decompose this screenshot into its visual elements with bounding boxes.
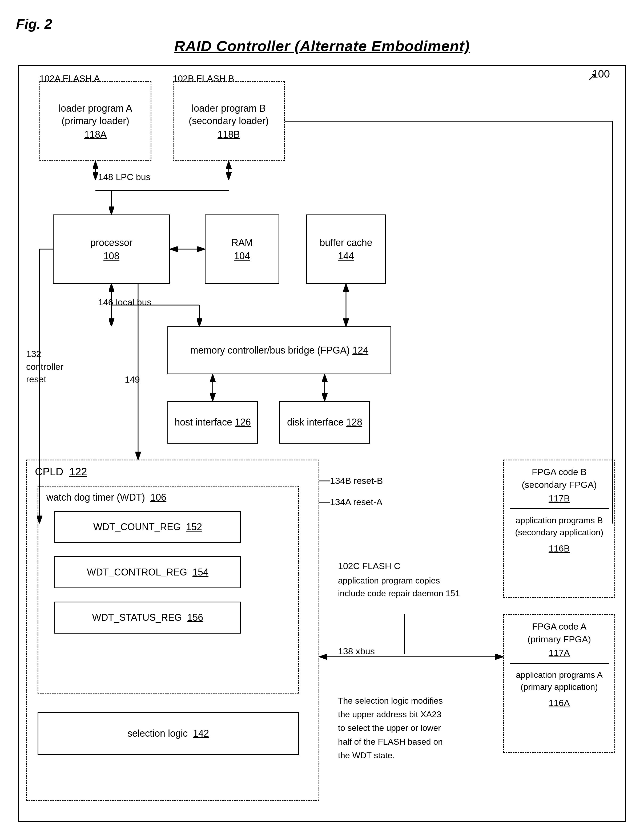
mem-ctrl-box: memory controller/bus bridge (FPGA) 124 — [168, 327, 391, 374]
flash-b-outer-label: 102B FLASH B — [173, 73, 234, 84]
processor-label: processor — [90, 237, 132, 249]
processor-ref: 108 — [103, 250, 119, 262]
fpga-b-ref: 117B — [546, 491, 572, 506]
fpga-a-label: FPGA code A(primary FPGA) — [525, 615, 594, 646]
page: Fig. 2 RAID Controller (Alternate Embodi… — [0, 0, 644, 835]
ram-label: RAM — [231, 237, 253, 249]
selection-logic-box: selection logic 142 — [37, 712, 299, 755]
diagram: 100 ↗ loader program A(primary loader) 1… — [18, 65, 626, 835]
wdt-control-label: WDT_CONTROL_REG 154 — [87, 566, 208, 579]
fpga-b-apps-ref: 116B — [546, 541, 572, 556]
selection-note: The selection logic modifiesthe upper ad… — [338, 694, 482, 762]
flash-a-outer-label: 102A FLASH A — [39, 73, 100, 84]
page-title: RAID Controller (Alternate Embodiment) — [16, 37, 628, 55]
wdt-count-box: WDT_COUNT_REG 152 — [54, 511, 241, 543]
wdt-count-label: WDT_COUNT_REG 152 — [93, 521, 202, 533]
fpga-a-apps-label: application programs A(primary applicati… — [513, 666, 605, 696]
mem-ctrl-label: memory controller/bus bridge (FPGA) 124 — [190, 344, 368, 357]
controller-reset-label: 132controllerreset — [26, 348, 63, 386]
fpga-a-apps-ref: 116A — [546, 696, 572, 710]
ram-ref: 104 — [234, 250, 250, 262]
wdt-status-box: WDT_STATUS_REG 156 — [54, 602, 241, 634]
lpc-bus-label: 148 LPC bus — [98, 172, 151, 182]
host-interface-box: host interface 126 — [168, 401, 258, 443]
flash-a-ref: 118A — [84, 129, 107, 140]
wdt-label: watch dog timer (WDT) 106 — [38, 486, 166, 508]
cpld-box: CPLD 122 watch dog timer (WDT) 106 WDT_C… — [26, 460, 319, 801]
ref-149-label: 149 — [125, 374, 140, 385]
wdt-status-label: WDT_STATUS_REG 156 — [92, 611, 203, 624]
cpld-label: CPLD 122 — [27, 460, 87, 478]
reset-b-label: 134B reset-B — [330, 476, 383, 486]
flash-b-label: loader program B(secondary loader) — [189, 102, 269, 127]
buffer-cache-ref: 144 — [338, 250, 354, 262]
flash-b-ref: 118B — [218, 129, 240, 140]
local-bus-label: 146 local bus — [98, 297, 151, 307]
ram-box: RAM 104 — [205, 214, 279, 284]
disk-interface-label: disk interface 128 — [287, 416, 362, 429]
flash-a-box: loader program A(primary loader) 118A — [39, 81, 151, 161]
reset-a-label: 134A reset-A — [330, 497, 382, 507]
fpga-b-apps-label: application programs B(secondary applica… — [512, 512, 606, 541]
flash-b-box: loader program B(secondary loader) 118B — [173, 81, 285, 161]
fpga-b-label: FPGA code B(secondary FPGA) — [519, 460, 600, 491]
host-interface-label: host interface 126 — [175, 416, 251, 429]
ref-100-arrow: ↗ — [587, 71, 597, 83]
fpga-a-ref: 117A — [546, 646, 572, 660]
figure-label: Fig. 2 — [16, 16, 628, 32]
fpga-a-outer-box: FPGA code A(primary FPGA) 117A applicati… — [503, 614, 615, 753]
flash-a-label: loader program A(primary loader) — [59, 102, 132, 127]
wdt-box: watch dog timer (WDT) 106 WDT_COUNT_REG … — [37, 486, 299, 694]
flash-c-desc: application program copiesinclude code r… — [338, 574, 471, 600]
flash-c-label: 102C FLASH C — [338, 561, 400, 571]
selection-logic-label: selection logic 142 — [127, 727, 209, 740]
buffer-cache-label: buffer cache — [320, 237, 372, 249]
buffer-cache-box: buffer cache 144 — [306, 214, 386, 284]
processor-box: processor 108 — [53, 214, 170, 284]
fpga-b-outer-box: FPGA code B(secondary FPGA) 117B applica… — [503, 460, 615, 598]
wdt-control-box: WDT_CONTROL_REG 154 — [54, 556, 241, 588]
xbus-label: 138 xbus — [338, 646, 375, 656]
disk-interface-box: disk interface 128 — [279, 401, 370, 443]
